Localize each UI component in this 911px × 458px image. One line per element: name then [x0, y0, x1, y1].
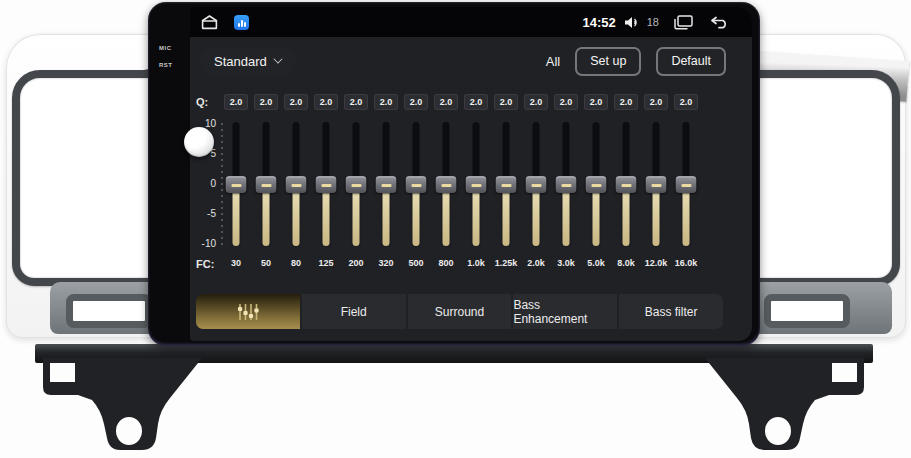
slider-knob[interactable] — [466, 176, 487, 193]
q-value-box[interactable]: 2.0 — [614, 94, 638, 110]
right-mounting-bracket — [705, 358, 864, 450]
recent-apps-icon[interactable] — [673, 15, 693, 30]
tab-bass-filter[interactable]: Bass filter — [619, 294, 723, 329]
tab-equalizer[interactable] — [196, 294, 300, 329]
tab-surround[interactable]: Surround — [408, 294, 512, 329]
slider-track-lower — [653, 191, 660, 247]
band-frequency: 2.0k — [527, 258, 545, 268]
q-value-box[interactable]: 2.0 — [674, 94, 698, 110]
chevron-down-icon — [273, 54, 282, 63]
eq-gain-slider[interactable] — [225, 122, 247, 246]
slider-knob[interactable] — [346, 176, 367, 193]
slider-track-upper — [503, 122, 510, 178]
eq-sliders-icon — [236, 303, 260, 321]
eq-gain-slider[interactable] — [555, 122, 577, 246]
q-value-box[interactable]: 2.0 — [554, 94, 578, 110]
tab-field[interactable]: Field — [302, 294, 406, 329]
eq-gain-slider[interactable] — [465, 122, 487, 246]
slider-track-upper — [323, 122, 330, 178]
slider-knob[interactable] — [226, 176, 247, 193]
band-frequency: 50 — [261, 258, 271, 268]
q-value-box[interactable]: 2.0 — [524, 94, 548, 110]
eq-gain-slider[interactable] — [435, 122, 457, 246]
eq-gain-slider[interactable] — [615, 122, 637, 246]
q-row-label: Q: — [196, 96, 208, 108]
slider-knob[interactable] — [316, 176, 337, 193]
q-value-box[interactable]: 2.0 — [344, 94, 368, 110]
slider-knob[interactable] — [586, 176, 607, 193]
slider-knob[interactable] — [496, 176, 517, 193]
q-value-box[interactable]: 2.0 — [314, 94, 338, 110]
slider-knob[interactable] — [436, 176, 457, 193]
slider-knob[interactable] — [646, 176, 667, 193]
band-frequency: 12.0k — [645, 258, 668, 268]
eq-app-icon[interactable] — [234, 15, 249, 30]
eq-gain-slider[interactable] — [255, 122, 277, 246]
preset-dropdown[interactable]: Standard — [200, 47, 296, 76]
mic-bezel-label: MIC — [159, 45, 172, 51]
q-value: 2.0 — [260, 97, 273, 107]
speaker-icon[interactable] — [624, 16, 639, 29]
slider-knob[interactable] — [406, 176, 427, 193]
tab-bass-enhancement[interactable]: Bass Enhancement — [513, 294, 617, 329]
slider-track-upper — [623, 122, 630, 178]
eq-gain-slider[interactable] — [405, 122, 427, 246]
slider-track-upper — [353, 122, 360, 178]
back-icon[interactable] — [709, 15, 730, 29]
slider-knob[interactable] — [676, 176, 697, 193]
eq-columns: 2.0 30 2.0 50 2.0 80 2.0 12 — [222, 94, 700, 268]
band-frequency: 800 — [438, 258, 453, 268]
setup-button[interactable]: Set up — [575, 47, 641, 76]
q-value: 2.0 — [560, 97, 573, 107]
default-button[interactable]: Default — [656, 47, 726, 76]
band-frequency: 80 — [291, 258, 301, 268]
q-value-box[interactable]: 2.0 — [374, 94, 398, 110]
slider-knob[interactable] — [286, 176, 307, 193]
q-value: 2.0 — [230, 97, 243, 107]
q-value-box[interactable]: 2.0 — [494, 94, 518, 110]
eq-gain-slider[interactable] — [585, 122, 607, 246]
home-icon[interactable] — [200, 14, 219, 30]
slider-track-lower — [293, 191, 300, 247]
slider-knob[interactable] — [376, 176, 397, 193]
eq-band: 2.0 320 — [372, 94, 400, 268]
screenshot-stage: MIC RST 14:52 — [0, 0, 911, 458]
slider-knob[interactable] — [526, 176, 547, 193]
eq-gain-slider[interactable] — [285, 122, 307, 246]
slider-track-upper — [443, 122, 450, 178]
q-value-box[interactable]: 2.0 — [464, 94, 488, 110]
eq-gain-slider[interactable] — [375, 122, 397, 246]
q-value-box[interactable]: 2.0 — [404, 94, 428, 110]
slider-knob[interactable] — [556, 176, 577, 193]
head-unit-tablet: MIC RST 14:52 — [148, 2, 760, 346]
slider-track-upper — [383, 122, 390, 178]
q-value: 2.0 — [290, 97, 303, 107]
eq-gain-slider[interactable] — [315, 122, 337, 246]
eq-gain-slider[interactable] — [525, 122, 547, 246]
band-frequency: 1.25k — [495, 258, 518, 268]
q-value-box[interactable]: 2.0 — [644, 94, 668, 110]
slider-track-upper — [413, 122, 420, 178]
slider-track-upper — [263, 122, 270, 178]
q-value-box[interactable]: 2.0 — [584, 94, 608, 110]
eq-gain-slider[interactable] — [495, 122, 517, 246]
q-value-box[interactable]: 2.0 — [434, 94, 458, 110]
audio-tab-bar: Field Surround Bass Enhancement Bass fil… — [196, 294, 723, 329]
q-value: 2.0 — [650, 97, 663, 107]
eq-gain-slider[interactable] — [345, 122, 367, 246]
band-frequency: 1.0k — [467, 258, 485, 268]
eq-band: 2.0 2.0k — [522, 94, 550, 268]
eq-band: 2.0 800 — [432, 94, 460, 268]
q-value: 2.0 — [320, 97, 333, 107]
slider-knob[interactable] — [256, 176, 277, 193]
q-value-box[interactable]: 2.0 — [224, 94, 248, 110]
slider-track-lower — [323, 191, 330, 247]
eq-gain-slider[interactable] — [645, 122, 667, 246]
floating-assistive-ball[interactable] — [184, 127, 214, 157]
slider-track-upper — [533, 122, 540, 178]
eq-gain-slider[interactable] — [675, 122, 697, 246]
slider-knob[interactable] — [616, 176, 637, 193]
q-value-box[interactable]: 2.0 — [254, 94, 278, 110]
all-label[interactable]: All — [546, 54, 560, 69]
q-value-box[interactable]: 2.0 — [284, 94, 308, 110]
